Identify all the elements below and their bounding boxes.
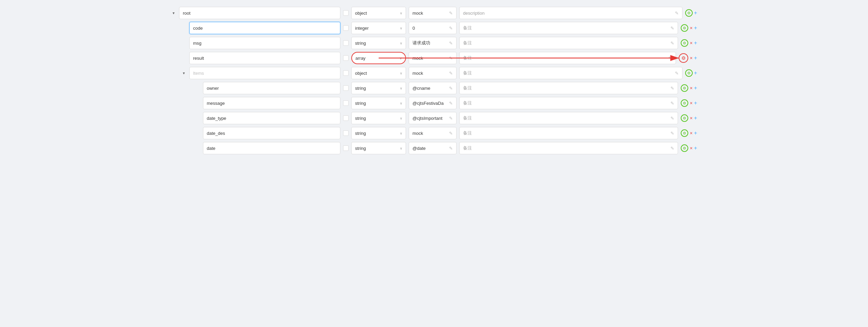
edit-mock-icon-root[interactable]: ✎: [449, 11, 453, 16]
edit-desc-icon-date_type[interactable]: ✎: [670, 116, 674, 121]
edit-mock-icon-msg[interactable]: ✎: [449, 41, 453, 46]
checkbox-date[interactable]: [343, 145, 349, 151]
delete-icon-date_type[interactable]: ×: [690, 115, 692, 121]
checkbox-message[interactable]: [343, 100, 349, 106]
delete-icon-date[interactable]: ×: [690, 145, 692, 151]
checkbox-date_type[interactable]: [343, 115, 349, 121]
type-select-code[interactable]: integer∨: [351, 22, 406, 34]
mock-input-msg[interactable]: 请求成功✎: [409, 37, 457, 49]
desc-input-owner[interactable]: 备注✎: [459, 82, 678, 94]
desc-input-code[interactable]: 备注✎: [459, 22, 678, 34]
type-select-date_des[interactable]: string∨: [351, 127, 406, 139]
edit-desc-icon-date_des[interactable]: ✎: [670, 131, 674, 136]
delete-icon-message[interactable]: ×: [690, 100, 692, 106]
add-icon-result[interactable]: +: [694, 55, 697, 61]
type-select-items[interactable]: object∨: [351, 67, 406, 79]
delete-icon-date_des[interactable]: ×: [690, 130, 692, 136]
edit-mock-icon-owner[interactable]: ✎: [449, 86, 453, 91]
edit-mock-icon-message[interactable]: ✎: [449, 101, 453, 106]
edit-desc-icon-msg[interactable]: ✎: [670, 41, 674, 46]
mock-input-date_type[interactable]: @cjtsImportant✎: [409, 112, 457, 124]
gear-icon-items[interactable]: ⚙: [685, 69, 693, 77]
type-select-root[interactable]: object∨: [351, 7, 406, 19]
gear-icon-msg[interactable]: ⚙: [681, 39, 688, 47]
checkbox-msg[interactable]: [343, 40, 349, 46]
gear-icon-owner[interactable]: ⚙: [681, 84, 688, 92]
mock-input-result[interactable]: mock✎: [409, 52, 457, 64]
checkbox-result[interactable]: [343, 55, 349, 61]
gear-icon-date[interactable]: ⚙: [681, 144, 688, 152]
edit-desc-icon-items[interactable]: ✎: [675, 71, 679, 76]
edit-mock-icon-result[interactable]: ✎: [449, 56, 453, 61]
add-icon-date_des[interactable]: +: [694, 130, 697, 136]
type-select-message[interactable]: string∨: [351, 97, 406, 109]
add-icon-date[interactable]: +: [694, 145, 697, 151]
edit-desc-icon-root[interactable]: ✎: [675, 11, 679, 16]
name-input-message[interactable]: [203, 97, 340, 109]
gear-icon-code[interactable]: ⚙: [681, 24, 688, 32]
add-icon-date_type[interactable]: +: [694, 115, 697, 121]
edit-mock-icon-date_type[interactable]: ✎: [449, 116, 453, 121]
type-select-owner[interactable]: string∨: [351, 82, 406, 94]
delete-icon-owner[interactable]: ×: [690, 85, 692, 91]
name-input-msg[interactable]: [189, 37, 340, 49]
gear-icon-result[interactable]: ⚙: [679, 53, 688, 63]
gear-icon-date_des[interactable]: ⚙: [681, 129, 688, 137]
mock-input-owner[interactable]: @cname✎: [409, 82, 457, 94]
edit-desc-icon-code[interactable]: ✎: [670, 26, 674, 31]
name-input-date_type[interactable]: [203, 112, 340, 124]
delete-icon-msg[interactable]: ×: [690, 40, 692, 46]
gear-icon-message[interactable]: ⚙: [681, 99, 688, 107]
add-icon-owner[interactable]: +: [694, 85, 697, 91]
gear-icon-root[interactable]: ⚙: [685, 9, 693, 17]
checkbox-date_des[interactable]: [343, 130, 349, 136]
add-icon-message[interactable]: +: [694, 100, 697, 106]
add-icon-code[interactable]: +: [694, 25, 697, 31]
edit-mock-icon-items[interactable]: ✎: [449, 71, 453, 76]
name-input-date_des[interactable]: [203, 127, 340, 139]
desc-input-root[interactable]: description✎: [459, 7, 682, 19]
mock-input-date_des[interactable]: mock✎: [409, 127, 457, 139]
type-select-msg[interactable]: string∨: [351, 37, 406, 49]
edit-mock-icon-date_des[interactable]: ✎: [449, 131, 453, 136]
desc-input-date_des[interactable]: 备注✎: [459, 127, 678, 139]
checkbox-root[interactable]: [343, 10, 349, 16]
edit-mock-icon-code[interactable]: ✎: [449, 26, 453, 31]
desc-input-date[interactable]: 备注✎: [459, 142, 678, 154]
gear-icon-date_type[interactable]: ⚙: [681, 114, 688, 122]
edit-desc-icon-date[interactable]: ✎: [670, 146, 674, 151]
add-icon-root[interactable]: +: [694, 10, 697, 16]
edit-desc-icon-message[interactable]: ✎: [670, 101, 674, 106]
edit-desc-icon-owner[interactable]: ✎: [670, 86, 674, 91]
edit-mock-icon-date[interactable]: ✎: [449, 146, 453, 151]
add-icon-msg[interactable]: +: [694, 40, 697, 46]
name-input-items[interactable]: [189, 67, 340, 79]
name-input-date[interactable]: [203, 142, 340, 154]
name-input-code[interactable]: [189, 22, 340, 34]
checkbox-owner[interactable]: [343, 85, 349, 91]
edit-desc-icon-result[interactable]: ✎: [668, 56, 672, 61]
name-input-result[interactable]: [189, 52, 340, 64]
mock-input-date[interactable]: @date✎: [409, 142, 457, 154]
mock-input-root[interactable]: mock✎: [409, 7, 457, 19]
name-input-root[interactable]: [179, 7, 340, 19]
checkbox-items[interactable]: [343, 70, 349, 76]
toggle-root[interactable]: [171, 10, 176, 16]
mock-input-code[interactable]: 0✎: [409, 22, 457, 34]
checkbox-code[interactable]: [343, 25, 349, 31]
add-icon-items[interactable]: +: [694, 70, 697, 76]
desc-input-msg[interactable]: 备注✎: [459, 37, 678, 49]
desc-input-date_type[interactable]: 备注✎: [459, 112, 678, 124]
mock-input-items[interactable]: mock✎: [409, 67, 457, 79]
type-select-date_type[interactable]: string∨: [351, 112, 406, 124]
delete-icon-result[interactable]: ×: [690, 55, 692, 61]
toggle-items[interactable]: [181, 70, 187, 76]
name-input-owner[interactable]: [203, 82, 340, 94]
desc-input-result[interactable]: 备注✎: [459, 52, 676, 64]
desc-input-items[interactable]: 备注✎: [459, 67, 682, 79]
type-select-date[interactable]: string∨: [351, 142, 406, 154]
desc-input-message[interactable]: 备注✎: [459, 97, 678, 109]
mock-input-message[interactable]: @cjtsFestivaDa✎: [409, 97, 457, 109]
delete-icon-code[interactable]: ×: [690, 25, 692, 31]
type-select-result[interactable]: array∨: [351, 52, 406, 64]
